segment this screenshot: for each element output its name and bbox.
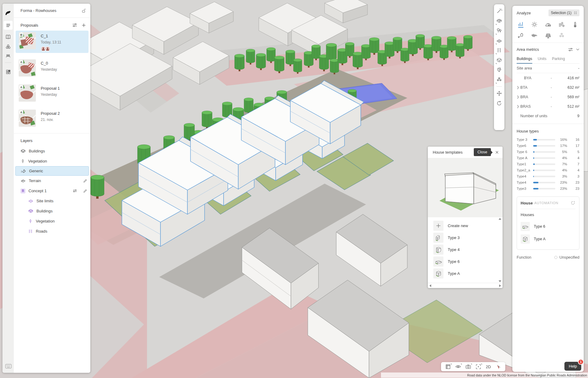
function-row[interactable]: Function Unspecified: [517, 255, 579, 260]
chevron-right-icon[interactable]: ❯: [517, 86, 520, 89]
scroll-left-icon[interactable]: [429, 284, 431, 287]
chevron-right-icon[interactable]: ❯: [517, 95, 520, 99]
proposal-thumbnail: A: [19, 110, 36, 127]
layer-row-concept-buildings[interactable]: Buildings: [14, 206, 90, 216]
proposal-badge: A: [19, 110, 23, 114]
chevron-right-icon[interactable]: ❯: [517, 105, 520, 108]
building-tool-icon[interactable]: [495, 16, 503, 26]
keyboard-icon[interactable]: [5, 364, 12, 369]
layout-grid-icon[interactable]: [443, 362, 453, 371]
proposal-item-c0[interactable]: A C_0 Yesterday: [16, 58, 89, 78]
vertical-scrollbar[interactable]: [498, 218, 502, 282]
house-item-type-6[interactable]: Type 6: [521, 220, 575, 233]
template-type-3[interactable]: Type 3: [433, 232, 498, 244]
help-button[interactable]: Help 1: [564, 362, 581, 371]
house-type-label: Type6: [517, 144, 533, 148]
template-type-6[interactable]: Type 6: [433, 256, 498, 268]
layer-row-vegetation[interactable]: Vegetation: [14, 156, 90, 166]
modeling-toolbar: [494, 4, 504, 130]
expand-selection-icon[interactable]: [574, 11, 577, 14]
house-type-row: Type6 17% 17: [517, 143, 579, 149]
edit-icon[interactable]: [83, 179, 87, 183]
layer-row-site-limits[interactable]: Site limits: [14, 196, 90, 206]
proposal-item-c1[interactable]: B C_1 Today, 13:11: [16, 31, 89, 53]
function-status-icon: [554, 256, 557, 259]
compass-icon[interactable]: [493, 362, 503, 371]
proposal-item-1[interactable]: A Proposal 1 Yesterday: [16, 83, 89, 103]
metric-value: -: [560, 66, 579, 70]
forma-app: Forma - Rowhouses Proposals B C_1 Today,…: [0, 0, 588, 378]
layer-row-terrain[interactable]: Terrain: [14, 176, 90, 186]
wind-icon[interactable]: [558, 21, 565, 28]
layer-row-roads[interactable]: Roads: [14, 226, 90, 236]
volume-tool-icon[interactable]: [495, 55, 503, 65]
apps-icon[interactable]: [4, 67, 13, 76]
house-type-label: Type3: [517, 187, 533, 190]
house-type-bar: [533, 176, 555, 177]
library-icon[interactable]: [4, 32, 13, 41]
swap-icon[interactable]: [73, 189, 77, 193]
layer-row-concept-vegetation[interactable]: Vegetation: [14, 216, 90, 226]
toolbar-divider: [496, 86, 502, 87]
magic-wand-icon[interactable]: [495, 6, 503, 16]
metric-row-bya: BYA - 416 m²: [517, 73, 579, 83]
metric-row-bta[interactable]: ❯ BTA - 632 m²: [517, 83, 579, 92]
operational-energy-icon[interactable]: [517, 32, 525, 39]
template-preview[interactable]: [428, 158, 503, 217]
thermal-comfort-icon[interactable]: [571, 21, 579, 28]
layer-row-buildings[interactable]: Buildings: [14, 146, 90, 156]
metrics-settings-icon[interactable]: [568, 47, 573, 52]
close-icon[interactable]: ✕: [495, 150, 499, 155]
scroll-down-icon[interactable]: [499, 280, 501, 282]
metric-row-bras[interactable]: ❯ BRAS - 512 m²: [517, 102, 579, 111]
layer-row-concept-1[interactable]: B Concept 1: [14, 186, 90, 196]
create-new-template[interactable]: Create new: [433, 220, 498, 232]
blocks-tool-icon[interactable]: [495, 75, 503, 84]
scroll-right-icon[interactable]: [499, 284, 501, 287]
tab-parking[interactable]: Parking: [552, 55, 565, 63]
forma-logo[interactable]: [4, 9, 13, 17]
statistics-icon[interactable]: [517, 21, 525, 28]
horizontal-scrollbar[interactable]: [428, 283, 503, 288]
proposal-item-2[interactable]: A Proposal 2 21. nov.: [16, 108, 89, 128]
automation-icon[interactable]: [571, 200, 575, 205]
metric-row-bra[interactable]: ❯ BRA - 569 m²: [517, 92, 579, 102]
sun-icon[interactable]: [531, 21, 538, 28]
proposals-menu-icon[interactable]: [4, 21, 13, 30]
selection-chip[interactable]: Selection (1): [548, 9, 579, 16]
collaboration-icon[interactable]: [4, 51, 13, 60]
collapse-metrics-icon[interactable]: [576, 48, 579, 51]
vegetation-tool-icon[interactable]: [495, 26, 503, 36]
camera-icon[interactable]: [463, 362, 473, 371]
edit-icon[interactable]: [83, 189, 87, 193]
add-proposal-icon[interactable]: [81, 23, 86, 28]
surface-tool-icon[interactable]: [495, 36, 503, 45]
focus-selection-icon[interactable]: [473, 362, 483, 371]
microclimate-icon[interactable]: [558, 32, 565, 39]
visibility-icon[interactable]: [453, 362, 463, 371]
assets-icon[interactable]: [4, 42, 13, 51]
road-tool-icon[interactable]: [495, 45, 503, 55]
template-type-4[interactable]: Type 4: [433, 244, 498, 256]
house-item-type-a[interactable]: Type A: [521, 233, 575, 245]
function-label: Function: [517, 255, 554, 260]
rotate-tool-icon[interactable]: [495, 98, 503, 108]
solar-energy-icon[interactable]: [545, 32, 552, 39]
prism-tool-icon[interactable]: [495, 65, 503, 75]
layer-row-generic[interactable]: 2 Generic: [15, 166, 89, 176]
viewport-toolbar: 2D: [441, 362, 505, 371]
sun-hours-icon[interactable]: [545, 21, 552, 28]
scroll-up-icon[interactable]: [499, 218, 501, 220]
collaborator-avatars: [41, 46, 61, 51]
2d-mode-button[interactable]: 2D: [483, 362, 493, 371]
tab-buildings[interactable]: Buildings: [517, 55, 532, 64]
area-metrics-title: Area metrics: [517, 47, 565, 52]
house-templates-header[interactable]: House templates Close ✕: [428, 147, 503, 158]
filter-sliders-icon[interactable]: [72, 23, 77, 28]
analyze-panel: Analyze Selection (1) Area metrics Build…: [512, 6, 584, 372]
move-tool-icon[interactable]: [495, 88, 503, 98]
tab-units[interactable]: Units: [538, 55, 546, 63]
share-icon[interactable]: [81, 8, 86, 13]
template-type-a[interactable]: Type A: [433, 268, 498, 279]
noise-icon[interactable]: [531, 32, 538, 39]
